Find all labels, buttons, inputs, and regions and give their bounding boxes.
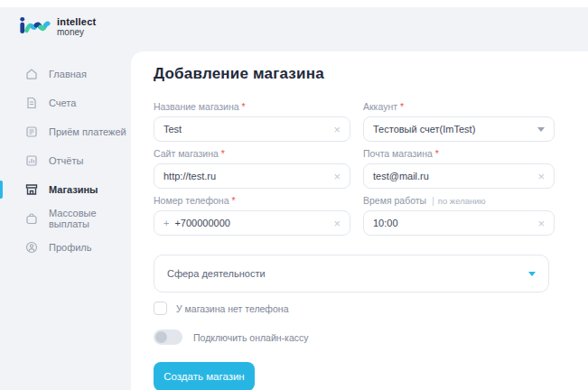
- invoice-icon: [24, 96, 39, 110]
- chevron-down-icon: [528, 272, 536, 276]
- sidebar-item-payments[interactable]: Приём платежей: [0, 117, 131, 146]
- chevron-down-icon: [537, 127, 545, 132]
- sidebar-item-label: Магазины: [49, 184, 98, 195]
- required-asterisk: *: [242, 101, 246, 112]
- account-label: Аккаунт *: [363, 101, 555, 112]
- site-label: Сайт магазина *: [154, 148, 350, 159]
- store-name-input[interactable]: [163, 124, 328, 135]
- required-asterisk: *: [221, 148, 225, 159]
- phone-prefix: +: [163, 218, 169, 228]
- payments-icon: [24, 125, 39, 139]
- profile-icon: [24, 240, 39, 255]
- logo-line1: intellect: [57, 17, 96, 28]
- sidebar-nav: Главная Счета Приём платежей Отчёты Мага…: [0, 60, 131, 262]
- page-title: Добавление магазина: [154, 65, 588, 83]
- no-phone-checkbox[interactable]: [154, 302, 167, 315]
- phone-label: Номер телефона *: [154, 195, 350, 206]
- site-box: ×: [154, 163, 350, 189]
- required-asterisk: *: [400, 101, 404, 112]
- online-cashbox-toggle-label: Подключить онлайн-кассу: [193, 332, 308, 343]
- main-panel: Добавление магазина Название магазина * …: [131, 51, 588, 390]
- clear-icon[interactable]: ×: [532, 218, 545, 229]
- sidebar-item-reports[interactable]: Отчёты: [0, 146, 131, 175]
- sidebar-item-label: Главная: [49, 69, 87, 79]
- phone-input[interactable]: [174, 218, 328, 228]
- store-name-label: Название магазина *: [154, 101, 350, 112]
- create-store-button[interactable]: Создать магазин: [154, 362, 255, 390]
- sidebar-item-label: Счета: [49, 98, 76, 108]
- toggle-knob: [155, 331, 167, 343]
- email-input[interactable]: [373, 171, 532, 181]
- online-cashbox-toggle[interactable]: [154, 330, 182, 345]
- work-time-box: ×: [363, 210, 555, 236]
- required-asterisk: *: [435, 148, 439, 159]
- sidebar-item-stores[interactable]: Магазины: [0, 175, 131, 204]
- field-account: Аккаунт * Тестовый счет(ImTest): [363, 101, 555, 142]
- email-label: Почта магазина *: [363, 148, 555, 159]
- online-cashbox-toggle-row: Подключить онлайн-кассу: [154, 330, 588, 345]
- work-time-input[interactable]: [373, 218, 532, 228]
- clear-icon[interactable]: ×: [328, 171, 341, 182]
- sidebar-item-home[interactable]: Главная: [0, 60, 131, 88]
- site-input[interactable]: [163, 171, 328, 181]
- logo-text: intellect money: [57, 17, 96, 37]
- field-work-time: Время работы | по желанию ×: [363, 195, 555, 236]
- no-phone-checkbox-label: У магазина нет телефона: [176, 303, 288, 314]
- home-icon: [24, 67, 39, 81]
- sidebar-item-label: Профиль: [49, 242, 92, 253]
- store-form: Название магазина * × Аккаунт * Тестовый…: [154, 101, 588, 242]
- clear-icon[interactable]: ×: [328, 218, 341, 229]
- account-select[interactable]: Тестовый счет(ImTest): [363, 116, 555, 142]
- sidebar-item-invoices[interactable]: Счета: [0, 88, 131, 117]
- clear-icon[interactable]: ×: [532, 171, 545, 182]
- sidebar-item-payouts[interactable]: Массовые выплаты: [0, 204, 131, 233]
- email-box: ×: [363, 163, 555, 189]
- field-phone: Номер телефона * + ×: [154, 195, 350, 236]
- reports-icon: [24, 153, 39, 168]
- sidebar-item-profile[interactable]: Профиль: [0, 233, 131, 262]
- hint-separator: |: [432, 196, 434, 206]
- activity-select-placeholder: Сфера деятельности: [167, 268, 523, 279]
- store-name-box: ×: [154, 116, 350, 142]
- phone-box: + ×: [154, 210, 350, 236]
- payouts-icon: [24, 211, 39, 226]
- field-site: Сайт магазина * ×: [154, 148, 350, 189]
- logo[interactable]: intellect money: [18, 14, 96, 40]
- sidebar-item-label: Приём платежей: [49, 126, 126, 137]
- account-select-value: Тестовый счет(ImTest): [373, 124, 532, 135]
- field-email: Почта магазина * ×: [363, 148, 555, 189]
- clear-icon[interactable]: ×: [328, 124, 341, 135]
- sidebar-item-label: Массовые выплаты: [49, 208, 131, 229]
- required-asterisk: *: [232, 195, 236, 206]
- store-icon: [24, 182, 39, 197]
- activity-select[interactable]: Сфера деятельности: [154, 255, 549, 292]
- field-store-name: Название магазина * ×: [154, 101, 350, 142]
- sidebar-item-label: Отчёты: [49, 155, 83, 166]
- intellectmoney-logo-icon: [18, 14, 51, 40]
- no-phone-checkbox-row: У магазина нет телефона: [154, 302, 588, 315]
- sidebar: intellect money Главная Счета Приём плат…: [0, 7, 131, 390]
- work-time-label: Время работы | по желанию: [363, 195, 555, 206]
- work-time-hint: по желанию: [438, 196, 486, 206]
- logo-line2: money: [57, 28, 96, 38]
